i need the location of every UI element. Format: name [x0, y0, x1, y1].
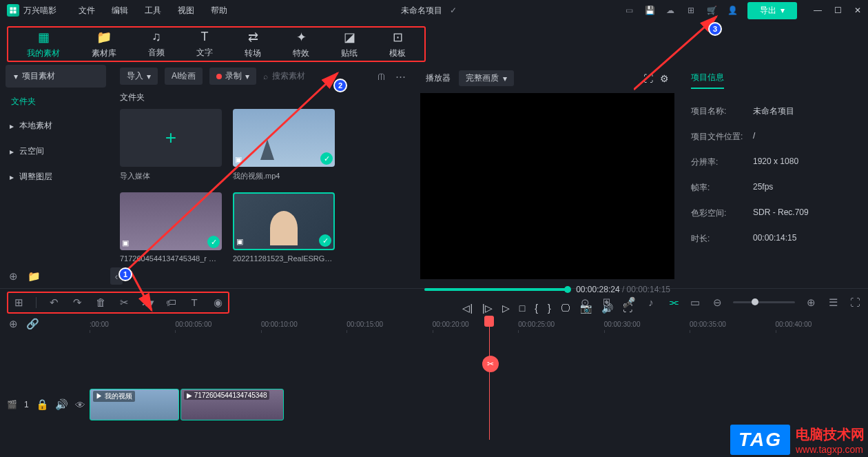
quality-select[interactable]: 完整画质▾	[459, 70, 514, 86]
undo-icon[interactable]: ↶	[48, 296, 60, 309]
player-progress-bar[interactable]	[424, 288, 569, 291]
info-label: 分辨率:	[691, 156, 753, 168]
project-title: 未命名项目	[401, 5, 442, 17]
menu-tools[interactable]: 工具	[136, 5, 169, 17]
tab-text[interactable]: T文字	[180, 32, 229, 57]
chevron-down-icon: ▾	[781, 6, 785, 15]
timeline-clip[interactable]: ▶ 7172604544134745348	[180, 389, 284, 420]
sidebar: ▾ 项目素材 文件夹 ▸本地素材 ▸云空间 ▸调整图层	[0, 62, 112, 288]
text-icon: T	[201, 30, 209, 44]
chevron-down-icon: ▾	[14, 72, 18, 81]
new-folder-icon[interactable]: ⊕	[7, 270, 19, 283]
mark-in-icon[interactable]: {	[535, 303, 538, 314]
zoom-out-icon[interactable]: ⊖	[711, 296, 723, 309]
svg-line-2	[634, 17, 716, 90]
more-icon[interactable]: ⋯	[394, 70, 406, 83]
delete-icon[interactable]: 🗑	[94, 296, 107, 308]
folder-icon[interactable]: 📁	[28, 270, 40, 283]
info-value: 25fps	[753, 182, 773, 194]
video-track: 🎬 1 🔒 🔊 👁 ▶ 我的视频 ▶ 7172604544134745348	[7, 387, 861, 422]
tab-transition[interactable]: ⇄转场	[229, 32, 277, 57]
zoom-in-icon[interactable]: ⊕	[805, 296, 817, 309]
tab-my-media[interactable]: ▦我的素材	[11, 32, 76, 57]
sparkle-icon: ✦	[296, 30, 307, 45]
watermark: TAG 电脑技术网 www.tagxp.com	[730, 425, 865, 455]
grid-icon[interactable]: ⊞	[12, 296, 25, 309]
next-frame-icon[interactable]: |▷	[482, 303, 493, 314]
music-icon[interactable]: ♪	[645, 296, 657, 308]
shield-icon[interactable]: ⛨	[601, 296, 613, 308]
menu-help[interactable]: 帮助	[203, 5, 236, 17]
annotation-arrow-1	[124, 66, 344, 280]
sidebar-folder-label[interactable]: 文件夹	[0, 90, 112, 113]
player-screen[interactable]	[420, 93, 674, 279]
cut-marker[interactable]: ✂	[482, 356, 499, 372]
player-time: 00:00:28:24 / 00:00:14:15	[576, 285, 670, 294]
display-icon[interactable]: 🖵	[561, 303, 570, 314]
track-type-icon[interactable]: 🎬	[7, 400, 17, 409]
tool-icon[interactable]: ⊙	[579, 296, 591, 309]
mark-out-icon[interactable]: }	[548, 303, 551, 314]
mic-icon[interactable]: 🎤	[623, 296, 635, 309]
app-logo: 万兴喵影	[7, 4, 56, 17]
music-icon: ♫	[152, 30, 161, 44]
info-value: /	[753, 131, 755, 143]
list-icon[interactable]: ☰	[827, 296, 839, 309]
marker-icon[interactable]: ▭	[689, 296, 701, 309]
menu-view[interactable]: 视图	[169, 5, 203, 17]
visibility-icon[interactable]: 👁	[74, 399, 87, 411]
user-icon[interactable]: 👤	[727, 5, 738, 16]
sidebar-item-local[interactable]: ▸本地素材	[0, 113, 112, 139]
watermark-url: www.tagxp.com	[796, 444, 865, 455]
transition-icon: ⇄	[248, 30, 258, 45]
project-title-area: 未命名项目 ✓	[236, 5, 623, 17]
desktop-icon[interactable]: ▭	[623, 5, 634, 16]
fit-icon[interactable]: ⛶	[849, 296, 861, 308]
chevron-right-icon: ▸	[10, 147, 14, 156]
cut-icon[interactable]: ✂	[118, 296, 130, 309]
sticker-icon: ◪	[344, 30, 355, 45]
svg-line-0	[124, 73, 338, 273]
prev-frame-icon[interactable]: ◁|	[462, 303, 473, 314]
sidebar-item-cloud[interactable]: ▸云空间	[0, 139, 112, 164]
mute-icon[interactable]: 🔊	[55, 398, 68, 411]
tab-audio[interactable]: ♫音频	[132, 32, 180, 57]
folder-icon: 📁	[96, 30, 112, 45]
playhead[interactable]	[489, 316, 490, 440]
minimize-button[interactable]: —	[814, 6, 822, 15]
maximize-button[interactable]: ☐	[834, 6, 842, 15]
svg-line-1	[131, 272, 152, 310]
tab-stickers[interactable]: ◪贴纸	[325, 32, 373, 57]
info-label: 时长:	[691, 233, 753, 245]
media-icon: ▦	[38, 30, 50, 45]
export-button[interactable]: 导出 ▾	[747, 2, 797, 19]
tab-templates[interactable]: ⊡模板	[373, 32, 422, 57]
link-icon[interactable]: 🔗	[26, 318, 39, 330]
stop-button[interactable]: □	[519, 303, 525, 314]
info-value: SDR - Rec.709	[753, 207, 809, 219]
info-label: 项目名称:	[691, 105, 753, 117]
track-number: 1	[24, 400, 29, 409]
tab-stock[interactable]: 📁素材库	[76, 32, 132, 57]
zoom-slider[interactable]	[733, 301, 795, 303]
chevron-right-icon: ▸	[10, 121, 14, 131]
watermark-tag: TAG	[730, 425, 790, 455]
sidebar-item-adjust[interactable]: ▸调整图层	[0, 164, 112, 190]
close-button[interactable]: ✕	[854, 6, 861, 15]
tab-effects[interactable]: ✦特效	[277, 32, 325, 57]
menu-edit[interactable]: 编辑	[103, 5, 136, 17]
sidebar-header[interactable]: ▾ 项目素材	[6, 65, 106, 88]
filter-icon[interactable]: ⫙	[375, 70, 387, 82]
chevron-right-icon: ▸	[10, 172, 14, 182]
menu-file[interactable]: 文件	[70, 5, 103, 17]
mixer-icon[interactable]: ⫘	[667, 296, 679, 308]
timeline-clip[interactable]: ▶ 我的视频	[90, 389, 179, 420]
timeline-ruler[interactable]: :00:00 00:00:05:00 00:00:10:00 00:00:15:…	[90, 321, 861, 328]
timeline-add-icon[interactable]: ⊕	[7, 318, 19, 330]
play-button[interactable]: ▷	[502, 303, 510, 314]
redo-icon[interactable]: ↷	[71, 296, 83, 309]
info-label: 项目文件位置:	[691, 131, 753, 143]
check-icon: ✓	[448, 5, 459, 16]
lock-icon[interactable]: 🔒	[36, 398, 48, 411]
info-label: 色彩空间:	[691, 207, 753, 219]
